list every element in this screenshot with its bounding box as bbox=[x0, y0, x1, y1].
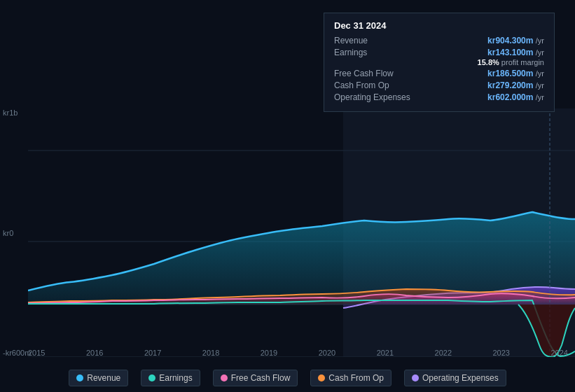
tooltip-value-opex: kr602.000m /yr bbox=[487, 92, 544, 102]
legend-label-cashfromop: Cash From Op bbox=[328, 373, 384, 383]
legend-dot-cashfromop bbox=[318, 374, 325, 382]
chart-legend: Revenue Earnings Free Cash Flow Cash Fro… bbox=[0, 370, 575, 386]
tooltip-value-cashfromop: kr279.200m /yr bbox=[487, 80, 544, 90]
tooltip-label-revenue: Revenue bbox=[334, 36, 368, 46]
tooltip-label-fcf: Free Cash Flow bbox=[334, 69, 394, 78]
legend-label-revenue: Revenue bbox=[87, 373, 120, 383]
x-label-2021: 2021 bbox=[377, 349, 394, 357]
x-axis-labels: 2015 2016 2017 2018 2019 2020 2021 2022 … bbox=[28, 349, 568, 357]
x-label-2017: 2017 bbox=[144, 349, 161, 357]
x-label-2015: 2015 bbox=[28, 349, 45, 357]
tooltip-label-cashfromop: Cash From Op bbox=[334, 80, 389, 90]
tooltip-box: Dec 31 2024 Revenue kr904.300m /yr Earni… bbox=[324, 13, 555, 112]
x-label-2024: 2024 bbox=[550, 349, 567, 357]
legend-label-opex: Operating Expenses bbox=[422, 373, 499, 383]
tooltip-row-opex: Operating Expenses kr602.000m /yr bbox=[334, 92, 544, 102]
legend-dot-earnings bbox=[148, 374, 155, 382]
tooltip-label-earnings: Earnings bbox=[334, 48, 367, 57]
tooltip-row-revenue: Revenue kr904.300m /yr bbox=[334, 36, 544, 46]
legend-dot-opex bbox=[412, 374, 419, 382]
legend-dot-fcf bbox=[221, 374, 228, 382]
x-label-2022: 2022 bbox=[435, 349, 452, 357]
chart-container: Dec 31 2024 Revenue kr904.300m /yr Earni… bbox=[0, 0, 575, 392]
legend-item-revenue[interactable]: Revenue bbox=[69, 370, 128, 386]
tooltip-label-opex: Operating Expenses bbox=[334, 92, 410, 102]
x-label-2016: 2016 bbox=[86, 349, 103, 357]
x-label-2018: 2018 bbox=[202, 349, 219, 357]
main-chart-svg bbox=[28, 108, 575, 357]
legend-item-earnings[interactable]: Earnings bbox=[141, 370, 200, 386]
profit-margin: 15.8% profit margin bbox=[334, 58, 544, 66]
x-label-2023: 2023 bbox=[493, 349, 510, 357]
legend-item-cashfromop[interactable]: Cash From Op bbox=[310, 370, 392, 386]
tooltip-row-cashfromop: Cash From Op kr279.200m /yr bbox=[334, 80, 544, 90]
tooltip-value-fcf: kr186.500m /yr bbox=[487, 69, 544, 78]
legend-dot-revenue bbox=[76, 374, 83, 382]
legend-label-fcf: Free Cash Flow bbox=[231, 373, 291, 383]
tooltip-row-fcf: Free Cash Flow kr186.500m /yr bbox=[334, 69, 544, 78]
tooltip-value-earnings: kr143.100m /yr bbox=[487, 48, 544, 57]
legend-item-fcf[interactable]: Free Cash Flow bbox=[213, 370, 298, 386]
tooltip-date: Dec 31 2024 bbox=[334, 20, 544, 31]
tooltip-row-earnings: Earnings kr143.100m /yr bbox=[334, 48, 544, 57]
x-label-2020: 2020 bbox=[319, 349, 335, 357]
x-label-2019: 2019 bbox=[261, 349, 277, 357]
tooltip-value-revenue: kr904.300m /yr bbox=[487, 36, 544, 46]
legend-label-earnings: Earnings bbox=[159, 373, 192, 383]
legend-item-opex[interactable]: Operating Expenses bbox=[404, 370, 506, 386]
